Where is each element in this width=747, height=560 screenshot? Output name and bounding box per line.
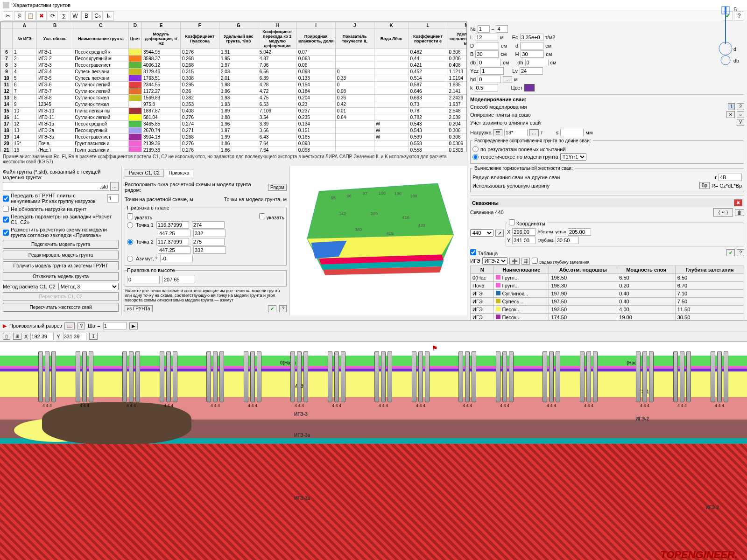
p2x[interactable] xyxy=(156,238,189,245)
tool-delete[interactable]: ✖ xyxy=(36,11,47,21)
pile-H[interactable] xyxy=(521,50,544,58)
p1gy[interactable] xyxy=(193,230,226,237)
pile-L[interactable] xyxy=(475,34,498,41)
btn-apply-bind[interactable]: ✔ xyxy=(268,305,276,312)
tab-c1c2[interactable]: Расчет C1, C2 xyxy=(125,169,164,177)
bp-btn[interactable]: Bp xyxy=(699,182,710,189)
bh-pick[interactable]: ↗ xyxy=(495,230,504,237)
pile-d2[interactable] xyxy=(520,42,543,49)
borehole-table[interactable]: NНаименованиеАбс.отм. подошвыМощность сл… xyxy=(470,266,744,320)
bh-depth[interactable] xyxy=(556,237,579,244)
pile-Lv[interactable] xyxy=(520,67,543,75)
load-val[interactable] xyxy=(504,129,528,136)
ige-edit[interactable]: ⇶ xyxy=(521,258,530,265)
method-select[interactable]: Метод 3 xyxy=(58,283,119,290)
tool-cut[interactable]: ✂ xyxy=(3,11,13,21)
h2[interactable] xyxy=(162,276,195,283)
p2y[interactable] xyxy=(158,246,190,254)
pile-hd[interactable] xyxy=(478,76,501,83)
bh-num[interactable]: 440 xyxy=(470,229,493,237)
sec-y[interactable] xyxy=(63,333,86,340)
file-input[interactable] xyxy=(3,182,109,191)
bh-del[interactable]: 🗑 xyxy=(735,209,744,216)
chk-specify-1[interactable] xyxy=(127,213,133,219)
bh-y[interactable] xyxy=(512,237,536,244)
chk-place[interactable] xyxy=(3,230,9,236)
tool-copy[interactable]: ⎘ xyxy=(14,11,24,21)
btn-recalc-piles[interactable]: Пересчитать жесткости свай xyxy=(3,303,119,312)
pile-D[interactable] xyxy=(476,42,499,49)
dist-select[interactable]: T1Yrr1 xyxy=(560,153,586,161)
tool-refresh[interactable]: ⟳ xyxy=(48,11,58,21)
p1x[interactable] xyxy=(156,221,189,229)
btn-help-bind[interactable]: ? xyxy=(279,305,287,312)
tool-ik[interactable]: Iₖ xyxy=(104,11,114,21)
pz-group[interactable] xyxy=(107,194,119,203)
chk-params[interactable] xyxy=(3,217,9,223)
bh-back[interactable]: ｛ ›‹ ｝ xyxy=(713,208,733,217)
sec-step[interactable] xyxy=(103,322,127,329)
sec-help[interactable]: ? xyxy=(78,322,85,329)
dist-theory[interactable] xyxy=(472,154,479,160)
pile-Ycz[interactable] xyxy=(480,67,504,75)
ige-select[interactable]: ИГЭ-2 xyxy=(482,257,507,265)
tool-c0[interactable]: C₀ xyxy=(92,11,103,21)
pile-n2[interactable] xyxy=(496,25,508,33)
soil-grid[interactable]: ABCDEFGHIJKLMNOPQRSTUVWXY № ИГЭУсл. обоз… xyxy=(0,21,467,152)
rb-p1[interactable] xyxy=(127,222,133,228)
pile-k[interactable] xyxy=(475,84,498,91)
pile-db[interactable] xyxy=(478,59,501,66)
dist-field[interactable] xyxy=(472,146,479,152)
az-val[interactable] xyxy=(160,255,193,262)
h1[interactable] xyxy=(127,276,160,283)
boreholes-close[interactable]: ✖ xyxy=(734,199,742,206)
chk-table[interactable] xyxy=(470,249,476,255)
r-val[interactable] xyxy=(719,174,742,181)
tool-b[interactable]: B xyxy=(81,11,92,21)
sec-book[interactable]: 📖 xyxy=(64,322,75,329)
chk-pz[interactable] xyxy=(3,196,9,202)
support-o[interactable]: ○ xyxy=(737,111,744,118)
btn-near[interactable]: Рядом xyxy=(268,184,287,191)
s-val[interactable] xyxy=(560,129,584,136)
rb-az[interactable] xyxy=(127,256,133,262)
pile-Ec[interactable] xyxy=(520,34,543,41)
tool-paste[interactable]: 📋 xyxy=(25,11,35,21)
sec-mode1[interactable]: ▯ xyxy=(3,333,10,340)
btn-get-soil[interactable]: Получить модель грунта из системы ГРУНТ xyxy=(3,261,119,270)
interact-btn[interactable]: У xyxy=(737,119,744,126)
rb-p2[interactable] xyxy=(127,239,133,245)
soil-3d-view[interactable]: 959697 108190189 142299416 360415420 xyxy=(289,166,467,315)
bh-apply[interactable]: ✔ xyxy=(726,249,735,256)
chk-noupd[interactable] xyxy=(3,206,9,212)
sec-run[interactable]: ▶ xyxy=(129,322,138,329)
hd-browse[interactable]: … xyxy=(503,76,512,83)
sec-mode2[interactable]: ⊞ xyxy=(13,333,21,340)
chk-coords[interactable] xyxy=(509,219,515,225)
p1y[interactable] xyxy=(158,230,190,237)
p2gx[interactable] xyxy=(192,238,225,245)
tool-w[interactable]: W xyxy=(70,11,80,21)
pile-n1[interactable] xyxy=(478,25,490,33)
model-2[interactable]: 2 xyxy=(737,103,744,110)
load-browse[interactable]: … xyxy=(529,129,539,136)
pile-B[interactable] xyxy=(475,50,499,58)
cross-section-view[interactable]: 2022001981961941921901881861841821801781… xyxy=(0,342,747,560)
sec-x[interactable] xyxy=(30,333,54,340)
tool-calc[interactable]: ∑ xyxy=(59,11,69,21)
ige-add[interactable]: ➕ xyxy=(509,258,520,265)
sec-target[interactable]: ↧ xyxy=(89,333,98,340)
btn-from-grunt[interactable]: из ГРУНТа xyxy=(125,305,153,312)
pile-dh[interactable] xyxy=(525,59,549,66)
support-x[interactable]: ✕ xyxy=(726,111,735,118)
pile-color-swatch[interactable] xyxy=(524,84,535,91)
btn-connect-soil[interactable]: Подключить модель грунта xyxy=(3,240,119,249)
tab-binding[interactable]: Привязка xyxy=(165,169,194,177)
model-1[interactable]: 1 xyxy=(728,103,735,110)
btn-edit-soil[interactable]: Редактировать модель грунта xyxy=(3,251,119,259)
btn-recalc-c1c2[interactable]: Пересчитать C1, C2 xyxy=(3,292,119,301)
chk-set-depth[interactable] xyxy=(532,258,538,264)
bh-x[interactable] xyxy=(512,228,536,236)
bh-abs[interactable] xyxy=(568,228,591,236)
bh-help[interactable]: ? xyxy=(737,249,744,256)
